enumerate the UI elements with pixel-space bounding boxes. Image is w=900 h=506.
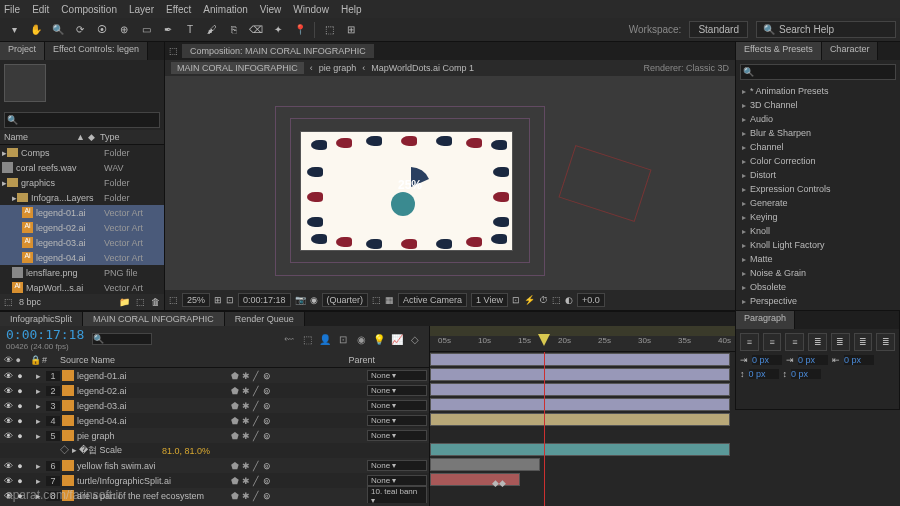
pan-behind-tool-icon[interactable]: ⊕	[114, 20, 134, 40]
fast-previews-icon[interactable]: ⚡	[524, 295, 535, 305]
timeline-layer-row[interactable]: 👁●▸2legend-02.ai⬟✱╱⊚None ▾	[0, 383, 429, 398]
camera-tool-icon[interactable]: ⦿	[92, 20, 112, 40]
zoom-dropdown[interactable]: 25%	[182, 293, 210, 307]
menu-layer[interactable]: Layer	[129, 4, 154, 15]
always-preview-icon[interactable]: ⬚	[169, 295, 178, 305]
transparency-icon[interactable]: ▦	[385, 295, 394, 305]
roi-icon[interactable]: ⬚	[372, 295, 381, 305]
workspace-dropdown[interactable]: Standard	[689, 21, 748, 38]
layer-bar[interactable]	[430, 353, 730, 366]
project-item[interactable]: coral reefs.wavWAV	[0, 160, 164, 175]
search-help-input[interactable]: 🔍 Search Help	[756, 21, 896, 38]
tab-paragraph[interactable]: Paragraph	[736, 311, 795, 329]
draft3d-icon[interactable]: ⬚	[299, 331, 315, 347]
world-axis-icon[interactable]: ⊞	[341, 20, 361, 40]
new-folder-icon[interactable]: 📁	[119, 297, 130, 307]
composition-viewport[interactable]: 25%	[165, 76, 735, 290]
menu-edit[interactable]: Edit	[32, 4, 49, 15]
clone-tool-icon[interactable]: ⎘	[224, 20, 244, 40]
playhead-icon[interactable]	[538, 334, 550, 346]
effect-category[interactable]: Blur & Sharpen	[736, 126, 900, 140]
effect-category[interactable]: Channel	[736, 140, 900, 154]
grid-icon[interactable]: ⊞	[214, 295, 222, 305]
project-item[interactable]: AiMapWorl...s.aiVector Art	[0, 280, 164, 294]
effect-category[interactable]: Obsolete	[736, 280, 900, 294]
align-right-icon[interactable]: ≡	[785, 333, 804, 351]
space-before-input[interactable]	[749, 369, 779, 379]
indent-right-input[interactable]	[844, 355, 874, 365]
camera-dropdown[interactable]: Active Camera	[398, 293, 467, 307]
flowchart-btn-icon[interactable]: ⬚	[552, 295, 561, 305]
timeline-layer-list[interactable]: 👁●▸1legend-01.ai⬟✱╱⊚None ▾👁●▸2legend-02.…	[0, 368, 429, 503]
timeline-layer-row[interactable]: 👁●▸6yellow fish swim.avi⬟✱╱⊚None ▾	[0, 458, 429, 473]
effect-category[interactable]: Knoll Light Factory	[736, 238, 900, 252]
indent-first-input[interactable]	[798, 355, 828, 365]
layer-bar[interactable]	[430, 443, 730, 456]
effects-list[interactable]: * Animation Presets3D ChannelAudioBlur &…	[736, 84, 900, 310]
current-time[interactable]: 0:00:17:18	[238, 293, 291, 307]
frame-blend-icon[interactable]: ⊡	[335, 331, 351, 347]
menu-animation[interactable]: Animation	[203, 4, 247, 15]
hand-tool-icon[interactable]: ✋	[26, 20, 46, 40]
new-comp-icon[interactable]: ⬚	[136, 297, 145, 307]
rotate-tool-icon[interactable]: ⟳	[70, 20, 90, 40]
tab-character[interactable]: Character	[822, 42, 879, 60]
snapshot-icon[interactable]: 📷	[295, 295, 306, 305]
indent-left-input[interactable]	[752, 355, 782, 365]
trash-icon[interactable]: 🗑	[151, 297, 160, 307]
project-item[interactable]: Ailegend-01.aiVector Art	[0, 205, 164, 220]
motion-blur-icon[interactable]: ◉	[353, 331, 369, 347]
shape-tool-icon[interactable]: ▭	[136, 20, 156, 40]
effect-category[interactable]: * Animation Presets	[736, 84, 900, 98]
timeline-timecode[interactable]: 0:00:17:18	[6, 327, 84, 342]
project-item[interactable]: ▸ graphicsFolder	[0, 175, 164, 190]
views-dropdown[interactable]: 1 View	[471, 293, 508, 307]
menu-help[interactable]: Help	[341, 4, 362, 15]
align-center-icon[interactable]: ≡	[763, 333, 782, 351]
renderer-dropdown[interactable]: Classic 3D	[686, 63, 729, 73]
effect-category[interactable]: Keying	[736, 210, 900, 224]
selection-tool-icon[interactable]: ▾	[4, 20, 24, 40]
puppet-tool-icon[interactable]: 📍	[290, 20, 310, 40]
justify-all-icon[interactable]: ≣	[876, 333, 895, 351]
current-time-indicator[interactable]	[544, 352, 545, 506]
justify-last-center-icon[interactable]: ≣	[831, 333, 850, 351]
project-item[interactable]: Ailegend-02.aiVector Art	[0, 220, 164, 235]
layer-bar[interactable]	[430, 473, 520, 486]
menu-view[interactable]: View	[260, 4, 282, 15]
effect-category[interactable]: Noise & Grain	[736, 266, 900, 280]
effect-category[interactable]: Matte	[736, 252, 900, 266]
pixel-aspect-icon[interactable]: ⊡	[512, 295, 520, 305]
guides-icon[interactable]: ⊡	[226, 295, 234, 305]
layer-bar[interactable]	[430, 458, 540, 471]
timeline-icon[interactable]: ⏱	[539, 295, 548, 305]
col-source-name[interactable]: Source Name	[60, 355, 115, 365]
eraser-tool-icon[interactable]: ⌫	[246, 20, 266, 40]
local-axis-icon[interactable]: ⬚	[319, 20, 339, 40]
tab-effect-controls[interactable]: Effect Controls: legen	[45, 42, 148, 60]
project-item[interactable]: Ailegend-03.aiVector Art	[0, 235, 164, 250]
layer-bar[interactable]	[430, 413, 730, 426]
menu-file[interactable]: File	[4, 4, 20, 15]
timeline-layer-row[interactable]: 👁●▸4legend-04.ai⬟✱╱⊚None ▾	[0, 413, 429, 428]
effect-category[interactable]: Distort	[736, 168, 900, 182]
auto-keyframe-icon[interactable]: ◇	[407, 331, 423, 347]
timeline-layer-row[interactable]: 👁●▸5pie graph⬟✱╱⊚None ▾	[0, 428, 429, 443]
effect-category[interactable]: Perspective	[736, 294, 900, 308]
project-item[interactable]: ▸ CompsFolder	[0, 145, 164, 160]
project-item[interactable]: Ailegend-04.aiVector Art	[0, 250, 164, 265]
layer-bar[interactable]	[430, 398, 730, 411]
col-type[interactable]: Type	[100, 132, 160, 142]
effect-category[interactable]: Generate	[736, 196, 900, 210]
project-item[interactable]: ▸ Infogra...LayersFolder	[0, 190, 164, 205]
space-after-input[interactable]	[791, 369, 821, 379]
tab-effects-presets[interactable]: Effects & Presets	[736, 42, 822, 60]
tab-composition-viewer[interactable]: Composition: MAIN CORAL INFOGRAPHIC	[182, 44, 374, 58]
tab-main-coral[interactable]: MAIN CORAL INFOGRAPHIC	[83, 312, 225, 326]
brush-tool-icon[interactable]: 🖌	[202, 20, 222, 40]
tab-project[interactable]: Project	[0, 42, 45, 60]
property-row[interactable]: ◇ ▸ �협 Scale81.0, 81.0%	[0, 443, 429, 458]
effects-search-input[interactable]	[740, 64, 896, 80]
effect-category[interactable]: Knoll	[736, 224, 900, 238]
menu-effect[interactable]: Effect	[166, 4, 191, 15]
